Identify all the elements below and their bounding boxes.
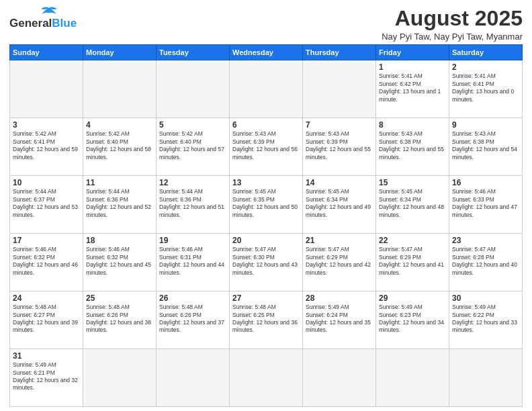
day-number: 12 — [159, 178, 226, 187]
calendar-cell: 16Sunrise: 5:46 AM Sunset: 6:33 PM Dayli… — [449, 176, 523, 234]
month-title: August 2025 — [382, 7, 523, 30]
calendar-cell: 4Sunrise: 5:42 AM Sunset: 6:40 PM Daylig… — [83, 118, 157, 176]
calendar-cell: 5Sunrise: 5:42 AM Sunset: 6:40 PM Daylig… — [157, 118, 230, 176]
subtitle: Nay Pyi Taw, Nay Pyi Taw, Myanmar — [382, 32, 523, 42]
logo-text: GeneralBlue — [9, 17, 77, 29]
day-number: 31 — [13, 351, 80, 361]
day-info: Sunrise: 5:46 AM Sunset: 6:31 PM Dayligh… — [159, 246, 226, 277]
day-number: 7 — [306, 120, 373, 130]
day-info: Sunrise: 5:49 AM Sunset: 6:24 PM Dayligh… — [306, 304, 373, 334]
day-info: Sunrise: 5:42 AM Sunset: 6:40 PM Dayligh… — [86, 130, 153, 161]
day-number: 15 — [379, 178, 446, 187]
calendar-cell — [10, 60, 83, 118]
calendar-cell: 2Sunrise: 5:41 AM Sunset: 6:41 PM Daylig… — [449, 60, 523, 118]
day-number: 23 — [452, 236, 519, 245]
calendar-cell: 27Sunrise: 5:48 AM Sunset: 6:25 PM Dayli… — [230, 291, 303, 349]
header: GeneralBlue August 2025 Nay Pyi Taw, Nay… — [9, 7, 523, 42]
calendar-cell: 23Sunrise: 5:47 AM Sunset: 6:28 PM Dayli… — [449, 234, 523, 291]
logo: GeneralBlue — [9, 7, 77, 29]
day-number: 29 — [379, 293, 446, 303]
calendar-cell: 11Sunrise: 5:44 AM Sunset: 6:36 PM Dayli… — [83, 176, 157, 234]
day-info: Sunrise: 5:45 AM Sunset: 6:34 PM Dayligh… — [379, 188, 446, 219]
day-number: 13 — [232, 178, 300, 187]
calendar-cell: 31Sunrise: 5:49 AM Sunset: 6:21 PM Dayli… — [10, 349, 83, 407]
day-info: Sunrise: 5:44 AM Sunset: 6:36 PM Dayligh… — [159, 188, 226, 219]
calendar-cell: 9Sunrise: 5:43 AM Sunset: 6:38 PM Daylig… — [449, 118, 523, 176]
day-info: Sunrise: 5:46 AM Sunset: 6:32 PM Dayligh… — [13, 246, 80, 277]
day-number: 11 — [86, 178, 153, 187]
calendar-cell — [376, 349, 449, 407]
day-number: 5 — [159, 120, 226, 130]
day-number: 6 — [232, 120, 300, 130]
calendar-table: SundayMondayTuesdayWednesdayThursdayFrid… — [9, 44, 523, 407]
calendar-cell — [303, 60, 376, 118]
day-info: Sunrise: 5:43 AM Sunset: 6:39 PM Dayligh… — [306, 130, 373, 161]
calendar-cell: 28Sunrise: 5:49 AM Sunset: 6:24 PM Dayli… — [303, 291, 376, 349]
day-info: Sunrise: 5:48 AM Sunset: 6:26 PM Dayligh… — [86, 304, 153, 334]
day-number: 27 — [232, 293, 300, 303]
day-info: Sunrise: 5:48 AM Sunset: 6:27 PM Dayligh… — [13, 304, 80, 334]
day-info: Sunrise: 5:45 AM Sunset: 6:35 PM Dayligh… — [232, 188, 300, 219]
day-number: 24 — [13, 293, 80, 303]
calendar-cell — [157, 349, 230, 407]
day-number: 2 — [452, 62, 519, 72]
week-row-1: 1Sunrise: 5:41 AM Sunset: 6:42 PM Daylig… — [10, 60, 523, 118]
day-info: Sunrise: 5:46 AM Sunset: 6:33 PM Dayligh… — [452, 188, 519, 219]
calendar-cell: 30Sunrise: 5:49 AM Sunset: 6:22 PM Dayli… — [449, 291, 523, 349]
day-number: 25 — [86, 293, 153, 303]
day-info: Sunrise: 5:47 AM Sunset: 6:30 PM Dayligh… — [232, 246, 300, 277]
calendar-cell: 26Sunrise: 5:48 AM Sunset: 6:26 PM Dayli… — [157, 291, 230, 349]
day-info: Sunrise: 5:45 AM Sunset: 6:34 PM Dayligh… — [306, 188, 373, 219]
day-number: 9 — [452, 120, 519, 130]
week-row-6: 31Sunrise: 5:49 AM Sunset: 6:21 PM Dayli… — [10, 349, 523, 407]
calendar-cell: 12Sunrise: 5:44 AM Sunset: 6:36 PM Dayli… — [157, 176, 230, 234]
day-info: Sunrise: 5:43 AM Sunset: 6:38 PM Dayligh… — [452, 130, 519, 161]
calendar-cell: 6Sunrise: 5:43 AM Sunset: 6:39 PM Daylig… — [230, 118, 303, 176]
week-row-2: 3Sunrise: 5:42 AM Sunset: 6:41 PM Daylig… — [10, 118, 523, 176]
calendar-cell — [83, 60, 157, 118]
day-number: 1 — [379, 62, 446, 72]
day-number: 30 — [452, 293, 519, 303]
day-info: Sunrise: 5:48 AM Sunset: 6:25 PM Dayligh… — [232, 304, 300, 334]
calendar-cell: 21Sunrise: 5:47 AM Sunset: 6:29 PM Dayli… — [303, 234, 376, 291]
calendar-cell: 20Sunrise: 5:47 AM Sunset: 6:30 PM Dayli… — [230, 234, 303, 291]
calendar-cell — [83, 349, 157, 407]
week-row-4: 17Sunrise: 5:46 AM Sunset: 6:32 PM Dayli… — [10, 234, 523, 291]
calendar-cell: 13Sunrise: 5:45 AM Sunset: 6:35 PM Dayli… — [230, 176, 303, 234]
day-number: 21 — [306, 236, 373, 245]
day-number: 8 — [379, 120, 446, 130]
page: GeneralBlue August 2025 Nay Pyi Taw, Nay… — [0, 0, 532, 411]
day-number: 20 — [232, 236, 300, 245]
day-header-friday: Friday — [376, 45, 449, 60]
day-info: Sunrise: 5:43 AM Sunset: 6:38 PM Dayligh… — [379, 130, 446, 161]
day-number: 3 — [13, 120, 80, 130]
day-number: 10 — [13, 178, 80, 187]
day-info: Sunrise: 5:49 AM Sunset: 6:23 PM Dayligh… — [379, 304, 446, 334]
calendar-cell — [157, 60, 230, 118]
calendar-cell: 24Sunrise: 5:48 AM Sunset: 6:27 PM Dayli… — [10, 291, 83, 349]
day-info: Sunrise: 5:49 AM Sunset: 6:22 PM Dayligh… — [452, 304, 519, 334]
calendar-cell: 22Sunrise: 5:47 AM Sunset: 6:29 PM Dayli… — [376, 234, 449, 291]
day-info: Sunrise: 5:47 AM Sunset: 6:28 PM Dayligh… — [452, 246, 519, 277]
day-number: 26 — [159, 293, 226, 303]
day-header-tuesday: Tuesday — [157, 45, 230, 60]
calendar-cell — [449, 349, 523, 407]
day-header-wednesday: Wednesday — [230, 45, 303, 60]
day-info: Sunrise: 5:43 AM Sunset: 6:39 PM Dayligh… — [232, 130, 300, 161]
logo-bird-icon — [39, 5, 59, 17]
day-info: Sunrise: 5:49 AM Sunset: 6:21 PM Dayligh… — [13, 361, 80, 392]
calendar-cell: 7Sunrise: 5:43 AM Sunset: 6:39 PM Daylig… — [303, 118, 376, 176]
day-info: Sunrise: 5:47 AM Sunset: 6:29 PM Dayligh… — [306, 246, 373, 277]
calendar-cell: 18Sunrise: 5:46 AM Sunset: 6:32 PM Dayli… — [83, 234, 157, 291]
calendar-cell: 15Sunrise: 5:45 AM Sunset: 6:34 PM Dayli… — [376, 176, 449, 234]
calendar-cell: 17Sunrise: 5:46 AM Sunset: 6:32 PM Dayli… — [10, 234, 83, 291]
day-header-monday: Monday — [83, 45, 157, 60]
calendar-cell: 1Sunrise: 5:41 AM Sunset: 6:42 PM Daylig… — [376, 60, 449, 118]
day-number: 17 — [13, 236, 80, 245]
day-info: Sunrise: 5:44 AM Sunset: 6:36 PM Dayligh… — [86, 188, 153, 219]
day-info: Sunrise: 5:42 AM Sunset: 6:41 PM Dayligh… — [13, 130, 80, 161]
day-header-sunday: Sunday — [10, 45, 83, 60]
week-row-3: 10Sunrise: 5:44 AM Sunset: 6:37 PM Dayli… — [10, 176, 523, 234]
calendar-cell: 14Sunrise: 5:45 AM Sunset: 6:34 PM Dayli… — [303, 176, 376, 234]
day-header-saturday: Saturday — [449, 45, 523, 60]
